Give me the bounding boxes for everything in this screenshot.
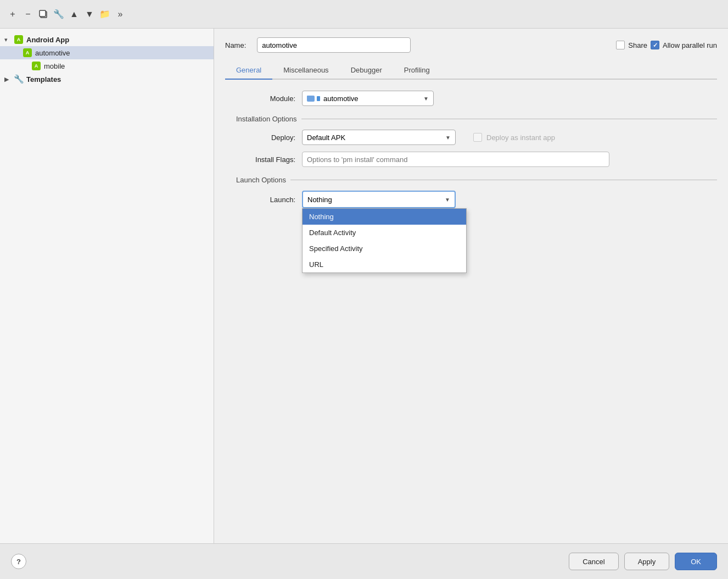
launch-row: Launch: Nothing ▼ Nothing Default Activi…: [225, 191, 717, 208]
module-folder-icon: [307, 96, 320, 102]
toolbar: + − 🔧 ▲ ▼ 📁 »: [0, 0, 728, 29]
install-flags-label: Install Flags:: [236, 155, 302, 164]
deploy-label: Deploy:: [236, 133, 302, 142]
arrow-down-icon[interactable]: ▼: [83, 8, 96, 20]
minus-icon[interactable]: −: [22, 8, 34, 20]
cancel-button[interactable]: Cancel: [569, 553, 618, 570]
module-dropdown-text: automotive: [323, 94, 420, 103]
module-row: Module: automotive ▼: [225, 91, 717, 106]
module-label: Module:: [236, 94, 302, 103]
bottom-bar: ? Cancel Apply OK: [0, 543, 728, 579]
module-dropdown[interactable]: automotive ▼: [302, 91, 434, 106]
sidebar-item-label-mobile: mobile: [44, 62, 65, 70]
allow-parallel-label: Allow parallel run: [663, 41, 717, 49]
ok-button[interactable]: OK: [675, 553, 717, 570]
deploy-instant-label: Deploy as instant app: [486, 133, 555, 142]
add-icon[interactable]: +: [7, 8, 19, 20]
sidebar-item-label-automotive: automotive: [35, 49, 70, 57]
tree-arrow-android-app: ▾: [4, 36, 13, 43]
apply-button[interactable]: Apply: [624, 553, 670, 570]
templates-wrench-icon: 🔧: [13, 75, 24, 83]
launch-label: Launch:: [236, 196, 302, 204]
sidebar: ▾ A Android App ▾ A automotive ▾ A mobil…: [0, 29, 214, 543]
right-panel: Name: Share Allow parallel run General M…: [214, 29, 728, 543]
launch-dropdown-arrow-icon: ▼: [445, 197, 450, 203]
deploy-instant-checkbox[interactable]: [473, 133, 482, 142]
sidebar-item-label: Android App: [26, 36, 69, 44]
sidebar-item-label-templates: Templates: [26, 75, 61, 83]
launch-option-default-activity[interactable]: Default Activity: [303, 225, 466, 241]
name-label: Name:: [225, 41, 246, 49]
sidebar-item-automotive[interactable]: ▾ A automotive: [0, 46, 214, 59]
launch-dropdown-text: Nothing: [307, 196, 440, 204]
share-group: Share Allow parallel run: [616, 41, 717, 49]
module-dropdown-arrow-icon: ▼: [423, 96, 429, 102]
button-group: Cancel Apply OK: [569, 553, 717, 570]
launch-options-header: Launch Options: [225, 176, 717, 184]
tabs: General Miscellaneous Debugger Profiling: [225, 62, 717, 80]
installation-options-label: Installation Options: [236, 115, 717, 123]
launch-dropdown-menu: Nothing Default Activity Specified Activ…: [302, 208, 467, 273]
android-app-icon: A: [13, 35, 24, 44]
allow-parallel-checkbox[interactable]: [651, 41, 659, 49]
tree-arrow-templates: ▶: [4, 76, 13, 83]
install-flags-input[interactable]: [302, 152, 609, 167]
deploy-dropdown-text: Default APK: [307, 133, 441, 142]
mobile-icon: A: [31, 62, 42, 70]
share-label: Share: [628, 41, 647, 49]
deploy-controls: Default APK ▼ Deploy as instant app: [302, 130, 631, 145]
more-icon[interactable]: »: [114, 8, 126, 20]
copy-icon[interactable]: [37, 8, 49, 20]
automotive-icon: A: [22, 48, 33, 57]
sidebar-item-templates[interactable]: ▶ 🔧 Templates: [0, 73, 214, 86]
main-content: ▾ A Android App ▾ A automotive ▾ A mobil…: [0, 29, 728, 543]
launch-control: Nothing ▼ Nothing Default Activity Speci…: [302, 191, 631, 208]
launch-option-nothing[interactable]: Nothing: [303, 209, 466, 225]
launch-dropdown-container: Nothing ▼ Nothing Default Activity Speci…: [302, 191, 456, 208]
launch-option-url[interactable]: URL: [303, 257, 466, 272]
sidebar-item-android-app[interactable]: ▾ A Android App: [0, 33, 214, 46]
name-input[interactable]: [257, 37, 411, 53]
module-dropdown-container: automotive ▼: [302, 91, 631, 106]
svg-rect-1: [40, 10, 46, 16]
launch-option-specified-activity[interactable]: Specified Activity: [303, 241, 466, 257]
tab-debugger[interactable]: Debugger: [340, 62, 393, 80]
deploy-instant-group: Deploy as instant app: [464, 133, 555, 142]
tab-profiling[interactable]: Profiling: [393, 62, 441, 80]
installation-options-header: Installation Options: [225, 115, 717, 123]
install-flags-control: [302, 152, 631, 167]
share-checkbox[interactable]: [616, 41, 625, 49]
deploy-dropdown[interactable]: Default APK ▼: [302, 130, 456, 145]
arrow-up-icon[interactable]: ▲: [68, 8, 80, 20]
folder-icon[interactable]: 📁: [99, 8, 111, 20]
deploy-dropdown-arrow-icon: ▼: [445, 135, 451, 141]
deploy-row: Deploy: Default APK ▼ Deploy as instant …: [225, 130, 717, 145]
install-flags-row: Install Flags:: [225, 152, 717, 167]
help-button[interactable]: ?: [11, 554, 26, 569]
launch-dropdown[interactable]: Nothing ▼: [302, 191, 456, 208]
wrench-icon[interactable]: 🔧: [53, 8, 65, 20]
sidebar-item-mobile[interactable]: ▾ A mobile: [0, 59, 214, 73]
launch-options-label: Launch Options: [236, 176, 717, 184]
header-row: Name: Share Allow parallel run: [225, 37, 717, 53]
tab-general[interactable]: General: [225, 62, 272, 80]
tab-miscellaneous[interactable]: Miscellaneous: [272, 62, 339, 80]
tab-content-general: Module: automotive ▼ Installation Option…: [225, 80, 717, 543]
